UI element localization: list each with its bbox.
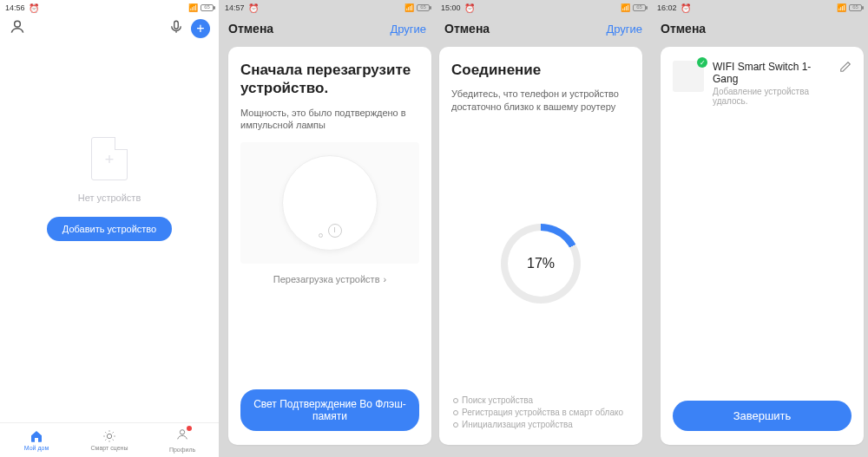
other-link[interactable]: Другие xyxy=(390,23,426,36)
cancel-button[interactable]: Отмена xyxy=(661,22,706,36)
home-icon xyxy=(30,429,43,443)
card-subtitle: Мощность, это было подтверждено в импуль… xyxy=(240,107,419,133)
signal-icon: 📶 xyxy=(621,3,630,12)
mic-icon[interactable] xyxy=(168,19,184,38)
svg-point-3 xyxy=(180,430,184,434)
connection-steps: Поиск устройства Регистрация устройства … xyxy=(451,395,630,431)
card-subtitle: Убедитесь, что телефон и устройство дост… xyxy=(451,88,630,114)
signal-icon: 📶 xyxy=(404,3,414,12)
finish-button[interactable]: Завершить xyxy=(673,401,852,431)
device-success-text: Добавление устройства удалось. xyxy=(713,87,831,106)
reboot-link[interactable]: Перезагрузка устройств › xyxy=(240,274,419,284)
status-time: 14:56 xyxy=(5,3,25,12)
status-time: 14:57 xyxy=(225,3,245,12)
device-illustration xyxy=(240,142,419,264)
add-device-button[interactable]: Добавить устройство xyxy=(47,217,172,241)
battery-icon: 65 xyxy=(633,4,646,11)
empty-state-text: Нет устройств xyxy=(78,193,141,203)
svg-point-2 xyxy=(107,434,111,438)
device-thumbnail: ✓ xyxy=(673,61,704,92)
battery-icon: 65 xyxy=(417,4,430,11)
svg-point-0 xyxy=(15,21,21,27)
profile-icon[interactable] xyxy=(9,18,26,39)
status-time: 16:02 xyxy=(657,3,677,12)
progress-ring: 17% xyxy=(501,224,581,304)
alarm-icon: ⏰ xyxy=(248,3,259,13)
cancel-button[interactable]: Отмена xyxy=(228,22,273,36)
progress-percent: 17% xyxy=(508,231,574,297)
success-check-icon: ✓ xyxy=(697,57,707,68)
add-button[interactable]: + xyxy=(191,19,210,38)
status-bar: 14:56 ⏰ 📶 65 xyxy=(0,0,219,16)
alarm-icon: ⏰ xyxy=(464,3,475,13)
svg-rect-1 xyxy=(174,21,179,29)
profile-tab-icon xyxy=(175,428,189,445)
status-bar: 15:00 ⏰ 📶 65 xyxy=(436,0,651,16)
tab-profile[interactable]: Профиль xyxy=(146,423,219,457)
status-bar: 14:57 ⏰ 📶 65 xyxy=(220,0,435,16)
tab-home[interactable]: Мой дом xyxy=(0,423,73,457)
step-item: Поиск устройства xyxy=(451,395,630,407)
step-item: Инициализация устройства xyxy=(451,419,630,431)
status-bar: 16:02 ⏰ 📶 65 xyxy=(652,0,867,16)
confirm-flash-button[interactable]: Свет Подтверждение Во Флэш-памяти xyxy=(240,389,419,431)
alarm-icon: ⏰ xyxy=(29,3,39,13)
signal-icon: 📶 xyxy=(188,3,198,12)
card-title: Соединение xyxy=(451,61,630,79)
signal-icon: 📶 xyxy=(837,3,846,12)
chevron-right-icon: › xyxy=(383,274,386,284)
device-name: WIFI Smart Switch 1-Gang xyxy=(713,61,831,85)
empty-state-icon: + xyxy=(91,137,128,180)
alarm-icon: ⏰ xyxy=(681,3,691,13)
battery-icon: 65 xyxy=(849,4,862,11)
cancel-button[interactable]: Отмена xyxy=(444,22,490,36)
step-item: Регистрация устройства в смарт облако xyxy=(451,407,630,419)
bottom-tabbar: Мой дом Смарт сцены Профиль xyxy=(0,422,219,457)
edit-icon[interactable] xyxy=(839,61,852,76)
tab-smart[interactable]: Смарт сцены xyxy=(73,423,146,457)
other-link[interactable]: Другие xyxy=(606,23,642,36)
status-time: 15:00 xyxy=(441,3,461,12)
card-title: Сначала перезагрузите устройство. xyxy=(240,61,419,98)
power-icon xyxy=(328,224,342,238)
battery-icon: 65 xyxy=(201,4,214,11)
sun-icon xyxy=(102,429,116,443)
